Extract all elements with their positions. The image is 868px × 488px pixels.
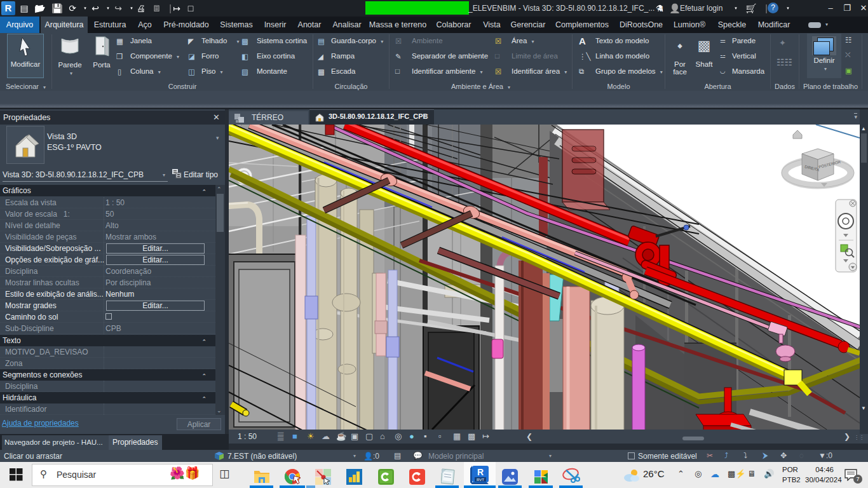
svg-text:RVT: RVT (477, 478, 484, 482)
svg-text:R: R (477, 467, 484, 477)
